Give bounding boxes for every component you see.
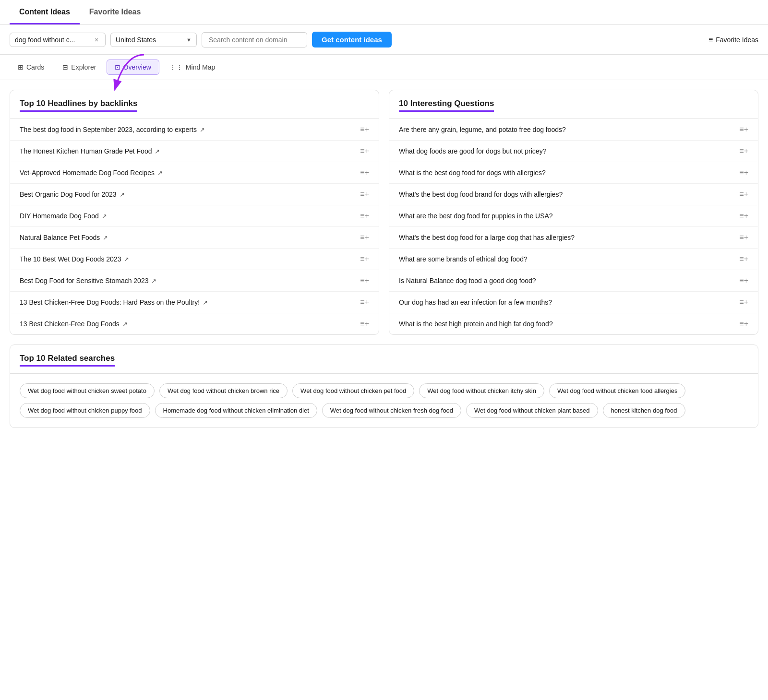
external-link-icon[interactable]: ↗	[200, 126, 205, 133]
question-text: What are some brands of ethical dog food…	[399, 255, 528, 263]
headline-text: 13 Best Chicken-Free Dog Foods ↗	[20, 320, 128, 328]
keyword-input[interactable]	[15, 36, 92, 44]
favorite-ideas-link[interactable]: ≡ Favorite Ideas	[708, 36, 758, 44]
question-row: What is the best high protein and high f…	[389, 313, 758, 334]
headlines-header: Top 10 Headlines by backlinks	[10, 90, 379, 119]
question-row: What's the best dog food brand for dogs …	[389, 184, 758, 205]
country-select-wrapper: United States United Kingdom Canada Aust…	[110, 33, 197, 47]
related-search-tag[interactable]: Wet dog food without chicken plant based	[466, 403, 598, 418]
question-text: Are there any grain, legume, and potato …	[399, 126, 566, 133]
related-search-tag[interactable]: Wet dog food without chicken puppy food	[20, 403, 150, 418]
question-row: Our dog has had an ear infection for a f…	[389, 292, 758, 313]
headlines-list: The best dog food in September 2023, acc…	[10, 119, 379, 334]
headline-row: Natural Balance Pet Foods ↗ ≡+	[10, 227, 379, 249]
headline-text: The 10 Best Wet Dog Foods 2023 ↗	[20, 255, 129, 263]
related-search-tag[interactable]: Wet dog food without chicken food allerg…	[549, 383, 686, 398]
related-search-tag[interactable]: Wet dog food without chicken fresh dog f…	[322, 403, 461, 418]
add-question-icon[interactable]: ≡+	[739, 233, 748, 242]
add-to-favorites-icon[interactable]: ≡+	[360, 233, 369, 242]
external-link-icon[interactable]: ↗	[151, 277, 156, 285]
related-search-tag[interactable]: honest kitchen dog food	[603, 403, 685, 418]
external-link-icon[interactable]: ↗	[103, 234, 108, 241]
question-text: What's the best dog food brand for dogs …	[399, 190, 563, 198]
clear-button[interactable]: ×	[95, 36, 98, 43]
add-question-icon[interactable]: ≡+	[739, 320, 748, 328]
related-search-tag[interactable]: Wet dog food without chicken brown rice	[159, 383, 288, 398]
add-question-icon[interactable]: ≡+	[739, 276, 748, 285]
questions-title: 10 Interesting Questions	[399, 99, 494, 112]
add-to-favorites-icon[interactable]: ≡+	[360, 125, 369, 134]
question-row: Are there any grain, legume, and potato …	[389, 119, 758, 141]
tab-favorite-ideas[interactable]: Favorite Ideas	[80, 0, 151, 24]
tab-cards[interactable]: ⊞ Cards	[10, 59, 52, 75]
cards-icon: ⊞	[18, 63, 24, 71]
tab-mindmap-label: Mind Map	[186, 63, 215, 71]
add-question-icon[interactable]: ≡+	[739, 147, 748, 155]
external-link-icon[interactable]: ↗	[102, 213, 107, 220]
headline-text: Best Organic Dog Food for 2023 ↗	[20, 190, 125, 198]
two-col-grid: Top 10 Headlines by backlinks The best d…	[10, 90, 758, 335]
related-search-tag[interactable]: Homemade dog food without chicken elimin…	[155, 403, 317, 418]
question-row: What's the best dog food for a large dog…	[389, 227, 758, 249]
questions-list: Are there any grain, legume, and potato …	[389, 119, 758, 334]
add-to-favorites-icon[interactable]: ≡+	[360, 212, 369, 220]
add-question-icon[interactable]: ≡+	[739, 190, 748, 199]
external-link-icon[interactable]: ↗	[124, 256, 129, 263]
external-link-icon[interactable]: ↗	[120, 191, 125, 198]
chevron-down-icon: ▼	[186, 37, 192, 43]
headline-row: The best dog food in September 2023, acc…	[10, 119, 379, 141]
external-link-icon[interactable]: ↗	[122, 320, 128, 328]
related-search-tag[interactable]: Wet dog food without chicken pet food	[292, 383, 414, 398]
add-to-favorites-icon[interactable]: ≡+	[360, 320, 369, 328]
headlines-section: Top 10 Headlines by backlinks The best d…	[10, 90, 379, 335]
get-ideas-button[interactable]: Get content ideas	[312, 32, 392, 47]
favorite-ideas-label: Favorite Ideas	[716, 36, 758, 44]
domain-search-input[interactable]	[202, 32, 307, 47]
country-select[interactable]: United States United Kingdom Canada Aust…	[116, 36, 183, 44]
add-to-favorites-icon[interactable]: ≡+	[360, 255, 369, 263]
keyword-input-wrapper: ×	[10, 33, 106, 47]
tab-explorer-label: Explorer	[71, 63, 96, 71]
question-row: What dog foods are good for dogs but not…	[389, 141, 758, 162]
headline-row: 13 Best Chicken-Free Dog Foods: Hard Pas…	[10, 292, 379, 313]
add-question-icon[interactable]: ≡+	[739, 298, 748, 307]
list-icon: ≡	[708, 36, 713, 44]
related-search-tag[interactable]: Wet dog food without chicken sweet potat…	[20, 383, 155, 398]
question-text: What are the best dog food for puppies i…	[399, 212, 553, 220]
headline-row: DIY Homemade Dog Food ↗ ≡+	[10, 205, 379, 227]
add-question-icon[interactable]: ≡+	[739, 168, 748, 177]
headline-text: The best dog food in September 2023, acc…	[20, 126, 205, 133]
toolbar: × United States United Kingdom Canada Au…	[0, 25, 768, 55]
tab-content-ideas[interactable]: Content Ideas	[10, 0, 80, 24]
related-searches-header: Top 10 Related searches	[10, 345, 758, 374]
tab-mindmap[interactable]: ⋮⋮ Mind Map	[161, 59, 223, 75]
add-to-favorites-icon[interactable]: ≡+	[360, 168, 369, 177]
headlines-title: Top 10 Headlines by backlinks	[20, 99, 137, 112]
question-text: What is the best high protein and high f…	[399, 320, 553, 328]
add-question-icon[interactable]: ≡+	[739, 255, 748, 263]
external-link-icon[interactable]: ↗	[155, 148, 160, 155]
tab-explorer[interactable]: ⊟ Explorer	[54, 59, 104, 75]
add-to-favorites-icon[interactable]: ≡+	[360, 298, 369, 307]
headline-text: The Honest Kitchen Human Grade Pet Food …	[20, 147, 160, 155]
external-link-icon[interactable]: ↗	[157, 169, 163, 177]
question-text: Our dog has had an ear infection for a f…	[399, 298, 552, 306]
related-search-tag[interactable]: Wet dog food without chicken itchy skin	[419, 383, 544, 398]
question-text: What is the best dog food for dogs with …	[399, 169, 546, 177]
tab-overview[interactable]: ⊡ Overview	[107, 59, 159, 75]
add-to-favorites-icon[interactable]: ≡+	[360, 276, 369, 285]
headline-text: DIY Homemade Dog Food ↗	[20, 212, 107, 220]
view-tab-bar: ⊞ Cards ⊟ Explorer ⊡ Overview ⋮⋮ Mind Ma…	[0, 55, 768, 80]
related-searches-section: Top 10 Related searches Wet dog food wit…	[10, 344, 758, 428]
add-to-favorites-icon[interactable]: ≡+	[360, 190, 369, 199]
question-row: What is the best dog food for dogs with …	[389, 162, 758, 184]
question-text: What dog foods are good for dogs but not…	[399, 147, 546, 155]
questions-section: 10 Interesting Questions Are there any g…	[389, 90, 758, 335]
external-link-icon[interactable]: ↗	[203, 299, 208, 306]
add-to-favorites-icon[interactable]: ≡+	[360, 147, 369, 155]
headline-row: 13 Best Chicken-Free Dog Foods ↗ ≡+	[10, 313, 379, 334]
add-question-icon[interactable]: ≡+	[739, 212, 748, 220]
tab-overview-label: Overview	[123, 63, 151, 71]
add-question-icon[interactable]: ≡+	[739, 125, 748, 134]
question-row: What are the best dog food for puppies i…	[389, 205, 758, 227]
